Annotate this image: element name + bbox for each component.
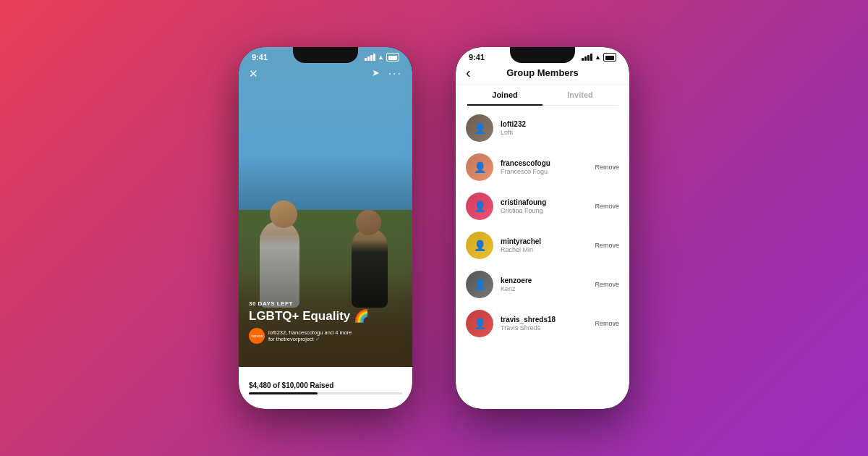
back-button[interactable]: ‹ [466,64,471,81]
remove-button[interactable]: Remove [595,320,619,327]
member-info: francescofogu Francesco Fogu [501,159,587,175]
members-screen: 9:41 ▲ ‹ Group Members Joine [456,47,629,409]
member-name: Rachel Min [501,246,587,253]
campaign-meta: TREVOR lofti232, francescofogu and 4 mor… [249,328,402,344]
trevor-badge: TREVOR [249,328,265,344]
avatar: 👤 [466,310,493,337]
rainbow-emoji: 🌈 [354,309,369,323]
member-name: Cristina Foung [501,207,587,214]
avatar: 👤 [466,232,493,259]
send-icon[interactable]: ➤ [372,67,380,80]
story-photo [239,47,412,409]
member-info: travis_shreds18 Travis Shreds [501,316,587,332]
member-username: kenzoere [501,276,587,284]
phone-story: 9:41 ▲ ✕ ➤ ··· [239,47,412,409]
signal-icon-2 [582,54,592,61]
status-icons: ▲ [365,53,399,62]
member-username: mintyrachel [501,237,587,245]
avatar: 👤 [466,271,493,298]
story-overlay [239,47,412,409]
remove-button[interactable]: Remove [595,203,619,210]
remove-button[interactable]: Remove [595,242,619,249]
progress-bar-bg [249,392,402,394]
member-username: lofti232 [501,120,619,128]
progress-bar-fill [249,392,318,394]
remove-button[interactable]: Remove [595,281,619,288]
member-username: cristinafoung [501,198,587,206]
days-left-label: 30 DAYS LEFT [249,300,402,307]
status-time-2: 9:41 [469,53,485,62]
close-icon[interactable]: ✕ [249,67,258,80]
raised-text: $4,480 of $10,000 Raised [249,381,402,389]
remove-button[interactable]: Remove [595,164,619,171]
member-name: Travis Shreds [501,324,587,332]
members-title: Group Members [467,67,618,78]
notch [293,47,358,63]
members-header: ‹ Group Members [456,63,629,85]
avatar: 👤 [466,153,493,181]
verified-badge: ✓ [315,336,320,342]
list-item: 👤 lofti232 Lofti [456,109,629,148]
list-item: 👤 mintyrachel Rachel Min Remove [456,226,629,265]
member-info: mintyrachel Rachel Min [501,237,587,253]
member-username: travis_shreds18 [501,316,587,324]
raised-bar: $4,480 of $10,000 Raised [249,381,402,394]
campaign-title: LGBTQ+ Equality 🌈 [249,310,402,324]
org-text: for thetrevorproject [268,336,314,342]
member-info: cristinafoung Cristina Foung [501,198,587,214]
member-name: Francesco Fogu [501,168,587,175]
member-name: Kenz [501,285,587,292]
avatar: 👤 [466,193,493,220]
member-name: Lofti [501,129,619,136]
tab-joined[interactable]: Joined [467,85,542,105]
phone-members: 9:41 ▲ ‹ Group Members Joine [456,47,629,409]
more-icon[interactable]: ··· [388,67,402,80]
list-item: 👤 cristinafoung Cristina Foung Remove [456,187,629,226]
story-top-bar: ✕ ➤ ··· [239,67,412,80]
signal-icon [365,54,375,61]
wifi-icon-2: ▲ [595,54,601,61]
status-icons-2: ▲ [582,53,616,62]
story-screen: 9:41 ▲ ✕ ➤ ··· [239,47,412,409]
notch-2 [510,47,575,63]
list-item: 👤 kenzoere Kenz Remove [456,265,629,304]
story-bottom: $4,480 of $10,000 Raised [239,367,412,409]
battery-icon [386,53,399,62]
tabs-row: Joined Invited [467,85,618,106]
tab-invited[interactable]: Invited [542,85,618,105]
wifi-icon: ▲ [378,54,384,61]
campaign-meta-text: lofti232, francescofogu and 4 more [268,329,352,336]
avatar: 👤 [466,114,493,142]
story-content: 30 DAYS LEFT LGBTQ+ Equality 🌈 TREVOR lo… [249,300,402,344]
battery-icon-2 [603,53,616,62]
status-time: 9:41 [252,53,268,62]
members-list: 👤 lofti232 Lofti 👤 francescofogu Frances… [456,106,629,409]
member-username: francescofogu [501,159,587,167]
member-info: lofti232 Lofti [501,120,619,136]
list-item: 👤 francescofogu Francesco Fogu Remove [456,148,629,187]
member-info: kenzoere Kenz [501,276,587,292]
list-item: 👤 travis_shreds18 Travis Shreds Remove [456,304,629,343]
